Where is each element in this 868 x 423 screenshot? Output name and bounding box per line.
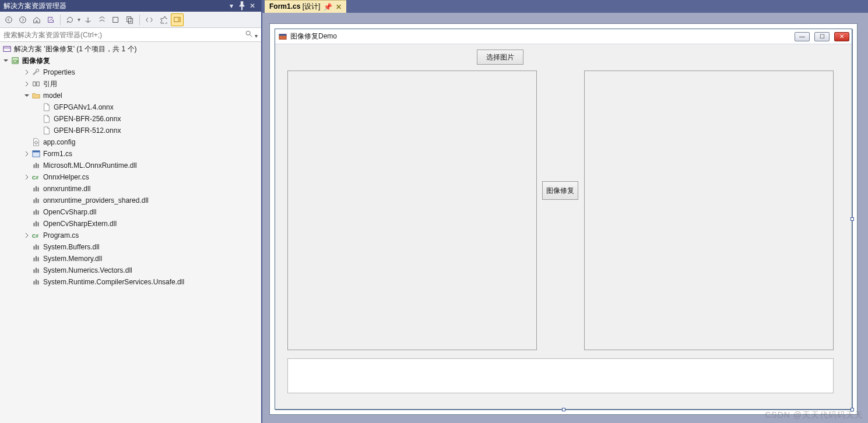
tab-pin-icon[interactable]: 📌	[324, 3, 332, 11]
tree-project-row[interactable]: C#图像修复	[0, 55, 261, 66]
svg-text:C#: C#	[32, 175, 38, 181]
refresh-button[interactable]	[64, 13, 76, 26]
search-input[interactable]	[3, 31, 245, 39]
cs-icon: C#	[31, 172, 41, 182]
tree-item[interactable]: GFPGANv1.4.onnx	[0, 101, 261, 113]
show-all-button[interactable]	[110, 13, 122, 26]
properties-button[interactable]	[157, 13, 170, 26]
expand-toggle[interactable]	[23, 80, 30, 87]
resize-handle-e[interactable]	[851, 217, 854, 221]
dll-icon	[31, 184, 41, 193]
back-button[interactable]	[2, 13, 15, 26]
tree-item[interactable]: C#Program.cs	[0, 230, 261, 241]
tree-item[interactable]: OpenCvSharp.dll	[0, 206, 261, 218]
select-image-button[interactable]: 选择图片	[477, 50, 523, 65]
svg-rect-46	[279, 34, 286, 36]
tree-item[interactable]: OpenCvSharpExtern.dll	[0, 218, 261, 230]
expand-toggle[interactable]	[23, 69, 30, 76]
dll-icon	[31, 277, 41, 287]
view-code-button[interactable]	[143, 13, 156, 26]
design-surface[interactable]: 图像修复Demo — ☐ ✕ 选择图片 图像修复	[262, 13, 868, 423]
sync-active-doc-button[interactable]	[44, 13, 57, 26]
winform-minimize-button[interactable]: —	[795, 32, 810, 41]
winform-maximize-button[interactable]: ☐	[814, 32, 830, 41]
winform-close-button[interactable]: ✕	[834, 32, 849, 41]
resize-handle-s[interactable]	[562, 408, 565, 411]
project-icon: C#	[10, 56, 20, 65]
tree-label: 图像修复	[22, 56, 50, 66]
tree-item[interactable]: System.Numerics.Vectors.dll	[0, 265, 261, 276]
repair-button[interactable]: 图像修复	[542, 181, 578, 200]
tab-form1-design[interactable]: Form1.cs [设计] 📌 ✕	[265, 0, 346, 13]
forward-button[interactable]	[16, 13, 29, 26]
home-button[interactable]	[30, 13, 43, 26]
winform-window[interactable]: 图像修复Demo — ☐ ✕ 选择图片 图像修复	[275, 29, 852, 410]
preview-button[interactable]	[171, 13, 184, 26]
tree-item[interactable]: GPEN-BFR-512.onnx	[0, 125, 261, 136]
svg-point-0	[6, 16, 12, 23]
document-tabstrip: Form1.cs [设计] 📌 ✕	[262, 0, 868, 13]
tree-label: OpenCvSharp.dll	[43, 208, 96, 216]
resize-handle-se[interactable]	[851, 408, 854, 411]
svg-rect-24	[36, 198, 37, 203]
dll-icon	[31, 161, 41, 170]
svg-rect-15	[33, 151, 40, 153]
panel-title: 解决方案资源管理器	[3, 1, 226, 11]
tree-label: OpenCvSharpExtern.dll	[43, 220, 117, 228]
right-image-panel[interactable]	[584, 70, 834, 350]
svg-rect-42	[34, 281, 35, 284]
collapse-all-button[interactable]	[96, 13, 108, 26]
winform-app-icon	[279, 33, 287, 41]
search-icon[interactable]: ▾	[245, 30, 258, 40]
tree-label: Form1.cs	[43, 150, 72, 158]
tree-label: app.config	[43, 138, 75, 146]
svg-rect-39	[34, 269, 35, 273]
svg-rect-33	[34, 246, 35, 249]
tree-item[interactable]: model	[0, 90, 261, 101]
tree-item[interactable]: Properties	[0, 66, 261, 78]
close-icon[interactable]: ✕	[247, 1, 258, 11]
tree-item[interactable]: GPEN-BFR-256.onnx	[0, 113, 261, 125]
svg-rect-23	[34, 199, 35, 203]
tree-item[interactable]: onnxruntime.dll	[0, 183, 261, 195]
dll-icon	[31, 196, 41, 205]
left-image-panel[interactable]	[287, 70, 537, 350]
svg-rect-43	[36, 280, 37, 285]
tree-item[interactable]: System.Memory.dll	[0, 253, 261, 265]
solution-tree[interactable]: 解决方案 '图像修复' (1 个项目，共 1 个)C#图像修复Propertie…	[0, 42, 261, 423]
window-position-icon[interactable]: ▾	[226, 1, 237, 11]
tree-item[interactable]: Form1.cs	[0, 148, 261, 160]
tree-item[interactable]: System.Buffers.dll	[0, 241, 261, 253]
tree-label: Properties	[43, 68, 75, 76]
tree-item[interactable]: onnxruntime_providers_shared.dll	[0, 195, 261, 206]
tree-item[interactable]: app.config	[0, 136, 261, 148]
dll-icon	[31, 207, 41, 217]
file-icon	[42, 114, 51, 124]
tree-item[interactable]: C#OnnxHelper.cs	[0, 171, 261, 183]
svg-rect-38	[38, 257, 39, 261]
expand-toggle[interactable]	[2, 57, 9, 64]
collapse-button[interactable]	[82, 13, 94, 26]
tree-label: GPEN-BFR-256.onnx	[54, 115, 121, 123]
show-all-files-button[interactable]	[124, 13, 136, 26]
expand-toggle[interactable]	[23, 92, 30, 99]
svg-rect-31	[38, 222, 39, 226]
svg-point-1	[20, 16, 26, 23]
tree-solution-row[interactable]: 解决方案 '图像修复' (1 个项目，共 1 个)	[0, 43, 261, 55]
svg-text:C#: C#	[13, 59, 19, 64]
search-solution-box[interactable]: ▾	[0, 28, 261, 42]
expand-toggle[interactable]	[23, 232, 30, 239]
svg-point-7	[246, 31, 250, 35]
output-textbox[interactable]	[287, 358, 834, 393]
expand-toggle[interactable]	[23, 174, 30, 181]
pin-icon[interactable]	[237, 1, 247, 11]
svg-rect-37	[36, 256, 37, 262]
tab-close-icon[interactable]: ✕	[336, 3, 342, 11]
solution-icon	[2, 44, 12, 54]
svg-rect-17	[36, 163, 37, 168]
tree-item[interactable]: System.Runtime.CompilerServices.Unsafe.d…	[0, 276, 261, 288]
expand-toggle[interactable]	[23, 150, 30, 157]
tree-item[interactable]: Microsoft.ML.OnnxRuntime.dll	[0, 160, 261, 171]
svg-rect-6	[178, 17, 180, 22]
tree-item[interactable]: 引用	[0, 78, 261, 90]
